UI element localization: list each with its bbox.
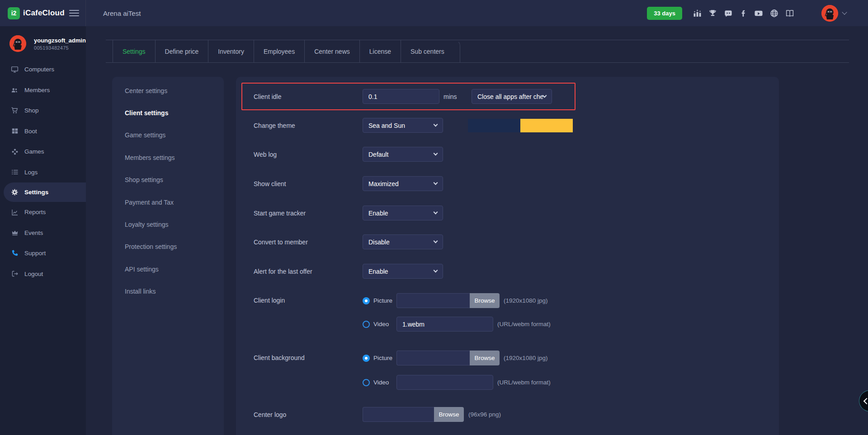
tab-define-price[interactable]: Define price xyxy=(155,40,208,62)
user-id: 005193482475 xyxy=(34,45,86,51)
subnav-game-settings[interactable]: Game settings xyxy=(112,124,224,146)
subnav-shop-settings[interactable]: Shop settings xyxy=(112,169,224,191)
subnav-loyalty-settings[interactable]: Loyalty settings xyxy=(112,213,224,235)
client-login-picture-note: (1920x1080 jpg) xyxy=(504,297,548,304)
chart-icon xyxy=(11,208,19,216)
logs-icon xyxy=(11,168,19,176)
tab-corner xyxy=(454,40,460,62)
sidebar-item-computers[interactable]: Computers xyxy=(0,59,86,80)
app-logo-icon: i2 xyxy=(8,7,20,19)
tab-sub-centers[interactable]: Sub centers xyxy=(401,40,454,62)
sidebar-item-shop[interactable]: Shop xyxy=(0,100,86,121)
client-settings-form: Client idle mins Close all apps after ch… xyxy=(236,77,779,435)
client-idle-action-select[interactable]: Close all apps after che xyxy=(472,89,552,104)
user-menu-chevron-icon[interactable] xyxy=(842,9,847,14)
username: youngzsoft_admin xyxy=(34,37,86,44)
client-background-video-note: (URL/webm format) xyxy=(497,379,551,386)
radio-label: Picture xyxy=(373,355,392,361)
client-background-video-radio[interactable]: Video xyxy=(363,379,396,386)
chevron-down-icon xyxy=(542,94,547,98)
sidebar-item-label: Settings xyxy=(24,189,48,196)
change-theme-select[interactable]: Sea and Sun xyxy=(363,118,443,133)
show-client-select[interactable]: Maximized xyxy=(363,176,443,191)
menu-toggle-icon[interactable] xyxy=(69,8,79,18)
center-logo-note: (96x96 png) xyxy=(468,411,501,418)
start-game-tracker-select[interactable]: Enable xyxy=(363,206,443,220)
client-login-video-radio[interactable]: Video xyxy=(363,321,396,328)
selected-value: Close all apps after che xyxy=(477,93,543,100)
main-content: Settings Define price Inventory Employee… xyxy=(86,26,868,435)
convert-to-member-select[interactable]: Disable xyxy=(363,234,443,249)
selected-value: Enable xyxy=(368,268,388,275)
sidebar-item-label: Reports xyxy=(24,209,46,215)
trophy-icon[interactable] xyxy=(708,9,717,18)
sidebar-item-settings[interactable]: Settings xyxy=(4,182,86,202)
theme-swatch-navy xyxy=(468,119,520,132)
client-idle-label: Client idle xyxy=(254,93,363,100)
sidebar-item-logs[interactable]: Logs xyxy=(0,162,86,183)
alert-last-offer-label: Alert for the last offer xyxy=(254,268,363,275)
sidebar-avatar[interactable] xyxy=(9,35,26,52)
alert-last-offer-select[interactable]: Enable xyxy=(363,264,443,279)
sidebar-item-label: Boot xyxy=(24,128,37,135)
sidebar-user: youngzsoft_admin 005193482475 xyxy=(0,26,86,59)
subnav-client-settings[interactable]: Client settings xyxy=(112,102,224,124)
ranking-icon[interactable] xyxy=(693,9,702,18)
client-background-picture-browse-button[interactable]: Browse xyxy=(470,351,500,365)
sidebar-item-events[interactable]: Events xyxy=(0,223,86,243)
sidebar-item-games[interactable]: Games xyxy=(0,141,86,162)
web-log-select[interactable]: Default xyxy=(363,147,443,162)
theme-preview xyxy=(468,119,573,132)
sidebar-item-members[interactable]: Members xyxy=(0,80,86,101)
radio-selected-icon xyxy=(363,297,370,304)
cart-icon xyxy=(11,107,19,114)
client-login-picture-browse-button[interactable]: Browse xyxy=(470,293,500,308)
client-background-picture-input[interactable] xyxy=(396,351,470,365)
client-background-picture-radio[interactable]: Picture xyxy=(363,355,396,362)
web-log-label: Web log xyxy=(254,151,363,158)
brand[interactable]: i2 iCafeCloud xyxy=(0,0,86,26)
tab-bar: Settings Define price Inventory Employee… xyxy=(113,40,868,62)
subnav-protection-settings[interactable]: Protection settings xyxy=(112,236,224,258)
client-login-picture-input[interactable] xyxy=(396,293,470,308)
sidebar-item-label: Shop xyxy=(24,107,39,114)
youtube-icon[interactable] xyxy=(754,9,763,18)
client-login-picture-radio[interactable]: Picture xyxy=(363,297,396,304)
tab-employees[interactable]: Employees xyxy=(254,40,304,62)
globe-icon[interactable] xyxy=(770,9,778,18)
license-days-badge[interactable]: 33 days xyxy=(647,7,682,20)
center-logo-input[interactable] xyxy=(363,407,434,422)
chevron-left-icon xyxy=(863,398,868,404)
tab-license[interactable]: License xyxy=(359,40,401,62)
client-background-video-input[interactable] xyxy=(396,375,493,390)
sidebar-item-logout[interactable]: Logout xyxy=(0,264,86,285)
discord-icon[interactable] xyxy=(724,9,733,18)
tab-inventory[interactable]: Inventory xyxy=(208,40,254,62)
book-icon[interactable] xyxy=(785,9,794,18)
user-avatar[interactable] xyxy=(821,5,838,22)
tab-center-news[interactable]: Center news xyxy=(304,40,359,62)
subnav-center-settings[interactable]: Center settings xyxy=(112,80,224,102)
center-logo-label: Center logo xyxy=(254,411,363,418)
client-idle-unit: mins xyxy=(443,93,460,100)
chevron-down-icon xyxy=(434,122,438,127)
radio-unselected-icon xyxy=(363,379,370,386)
facebook-icon[interactable] xyxy=(740,9,747,18)
sidebar-item-reports[interactable]: Reports xyxy=(0,202,86,223)
subnav-payment-and-tax[interactable]: Payment and Tax xyxy=(112,191,224,213)
sidebar-item-label: Members xyxy=(24,87,50,94)
subnav-api-settings[interactable]: API settings xyxy=(112,258,224,280)
subnav-install-links[interactable]: Install links xyxy=(112,281,224,303)
tab-settings[interactable]: Settings xyxy=(113,40,155,62)
sidebar-item-boot[interactable]: Boot xyxy=(0,121,86,142)
subnav-members-settings[interactable]: Members settings xyxy=(112,146,224,168)
sidebar-item-support[interactable]: Support xyxy=(0,243,86,264)
monitor-icon xyxy=(11,65,19,73)
sidebar-item-label: Logout xyxy=(24,271,43,277)
sidebar-item-label: Logs xyxy=(24,169,38,176)
client-idle-input[interactable] xyxy=(363,89,439,104)
center-logo-browse-button[interactable]: Browse xyxy=(434,407,464,422)
client-login-video-input[interactable] xyxy=(396,317,493,332)
crown-icon xyxy=(11,229,19,237)
sidebar-item-label: Events xyxy=(24,229,43,236)
